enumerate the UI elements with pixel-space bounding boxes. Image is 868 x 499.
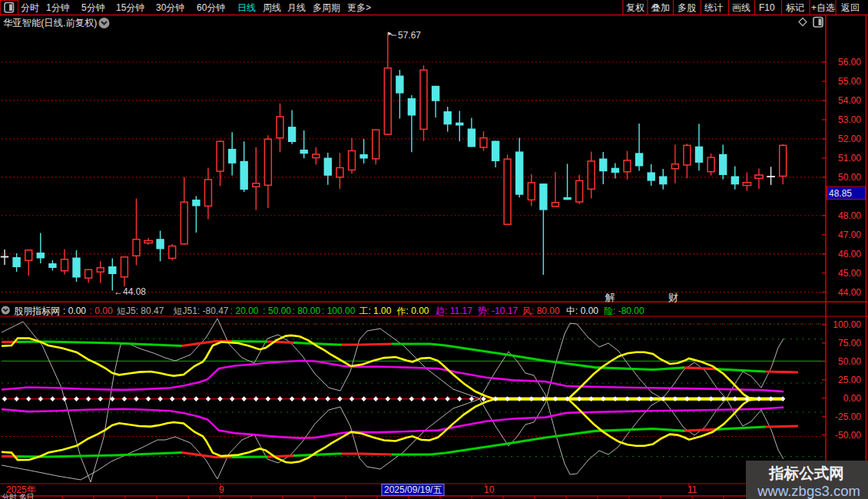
svg-text:60分钟: 60分钟 — [197, 2, 225, 13]
svg-text:周线: 周线 — [263, 2, 281, 13]
svg-text:50.00: 50.00 — [838, 356, 861, 367]
svg-text:0.00: 0.00 — [843, 393, 862, 404]
svg-text:指标公式网: 指标公式网 — [768, 464, 844, 481]
svg-text:47.00: 47.00 — [838, 230, 861, 240]
svg-text:25.00: 25.00 — [838, 375, 861, 385]
svg-text:复权: 复权 — [626, 2, 644, 13]
svg-text:: 50.00: : 50.00 — [263, 306, 291, 316]
svg-text:15分钟: 15分钟 — [116, 2, 144, 13]
svg-text:多周期: 多周期 — [313, 2, 340, 13]
svg-text:1分钟: 1分钟 — [46, 2, 70, 13]
svg-text:: 100.00: : 100.00 — [322, 306, 356, 316]
svg-text:工: 1.00: 工: 1.00 — [359, 306, 391, 316]
svg-text:53.00: 53.00 — [838, 114, 861, 125]
svg-text:短J51: -80.47: 短J51: -80.47 — [174, 306, 229, 316]
svg-text:中: 0.00: 中: 0.00 — [566, 306, 598, 316]
svg-text:48.85: 48.85 — [829, 188, 852, 199]
svg-text:52.00: 52.00 — [838, 134, 861, 144]
svg-text:-50.00: -50.00 — [835, 430, 861, 441]
svg-text:2025/09/19/五: 2025/09/19/五 — [384, 484, 442, 495]
svg-text:54.00: 54.00 — [838, 95, 861, 106]
svg-text:叠加: 叠加 — [651, 2, 670, 13]
svg-text:短J5: 80.47: 短J5: 80.47 — [117, 306, 164, 316]
svg-text:分时: 分时 — [21, 2, 39, 13]
svg-text:返回: 返回 — [841, 2, 860, 13]
svg-text:46.00: 46.00 — [838, 249, 861, 259]
svg-text:F10: F10 — [759, 2, 775, 13]
svg-text:57.67: 57.67 — [398, 30, 421, 41]
svg-text:华亚智能(日线.前复权): 华亚智能(日线.前复权) — [3, 18, 97, 28]
svg-text:股朋指标网: 股朋指标网 — [14, 306, 60, 316]
svg-text:日线: 日线 — [237, 2, 256, 13]
svg-text:解: 解 — [605, 292, 615, 303]
svg-text:风: 80.00: 风: 80.00 — [522, 306, 560, 316]
svg-text:: 80.00: : 80.00 — [293, 306, 321, 316]
svg-text:: 0.00: : 0.00 — [63, 306, 86, 316]
svg-text:更多>: 更多> — [347, 2, 371, 13]
svg-text:趋: 11.17: 趋: 11.17 — [436, 306, 472, 316]
svg-text:: 0.00: : 0.00 — [90, 306, 113, 316]
svg-text:50.00: 50.00 — [838, 172, 861, 183]
svg-text:9: 9 — [219, 484, 224, 495]
svg-text:75.00: 75.00 — [838, 338, 861, 349]
svg-text:44.00: 44.00 — [838, 287, 861, 298]
svg-text:55.00: 55.00 — [838, 76, 861, 87]
svg-text:5分钟: 5分钟 — [81, 2, 105, 13]
svg-text:-25.00: -25.00 — [835, 411, 861, 422]
svg-text:56.00: 56.00 — [838, 57, 861, 68]
svg-text:: 20.00: : 20.00 — [230, 306, 259, 316]
svg-text:险: -80.00: 险: -80.00 — [604, 306, 644, 316]
svg-text:统计: 统计 — [704, 2, 723, 13]
svg-text:www.zbgs3.com: www.zbgs3.com — [757, 483, 860, 499]
svg-text:分时 多日: 分时 多日 — [2, 493, 35, 499]
svg-text:势: -10.17: 势: -10.17 — [477, 306, 518, 316]
svg-text:月线: 月线 — [287, 2, 306, 13]
svg-text:48.00: 48.00 — [838, 210, 861, 221]
svg-text:+自选: +自选 — [811, 2, 835, 13]
svg-text:100.00: 100.00 — [833, 319, 861, 330]
svg-text:财: 财 — [668, 292, 678, 303]
svg-text:画线: 画线 — [732, 2, 750, 13]
svg-text:45.00: 45.00 — [838, 268, 861, 279]
svg-text:30分钟: 30分钟 — [156, 2, 184, 13]
svg-text:←44.08: ←44.08 — [114, 286, 146, 297]
svg-text:标记: 标记 — [786, 2, 804, 13]
svg-text:51.00: 51.00 — [838, 153, 861, 164]
svg-text:作: 0.00: 作: 0.00 — [396, 306, 429, 316]
svg-text:多股: 多股 — [678, 2, 696, 13]
